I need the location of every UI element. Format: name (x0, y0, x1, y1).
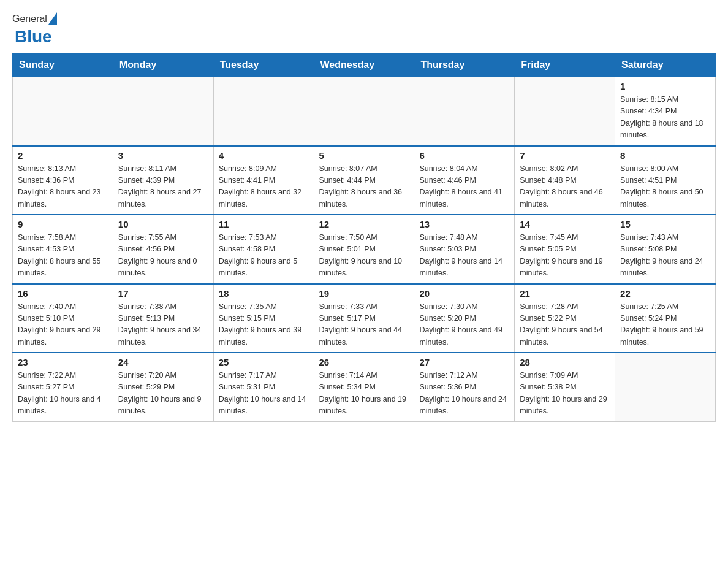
calendar-cell: 17Sunrise: 7:38 AM Sunset: 5:13 PM Dayli… (113, 284, 213, 353)
calendar-cell: 18Sunrise: 7:35 AM Sunset: 5:15 PM Dayli… (213, 284, 314, 353)
day-number: 17 (118, 288, 208, 299)
day-number: 5 (319, 150, 409, 161)
day-info: Sunrise: 7:20 AM Sunset: 5:29 PM Dayligh… (118, 370, 208, 418)
day-info: Sunrise: 7:25 AM Sunset: 5:24 PM Dayligh… (620, 301, 710, 349)
day-info: Sunrise: 7:12 AM Sunset: 5:36 PM Dayligh… (419, 370, 509, 418)
day-info: Sunrise: 8:09 AM Sunset: 4:41 PM Dayligh… (219, 163, 309, 211)
day-number: 23 (18, 357, 108, 367)
day-number: 11 (219, 219, 309, 229)
day-info: Sunrise: 7:14 AM Sunset: 5:34 PM Dayligh… (319, 370, 409, 418)
calendar-cell: 22Sunrise: 7:25 AM Sunset: 5:24 PM Dayli… (615, 284, 716, 353)
calendar-cell: 24Sunrise: 7:20 AM Sunset: 5:29 PM Dayli… (113, 353, 213, 421)
calendar-cell: 12Sunrise: 7:50 AM Sunset: 5:01 PM Dayli… (314, 215, 414, 284)
logo-general-text: General (12, 13, 47, 25)
calendar-header-row: SundayMondayTuesdayWednesdayThursdayFrid… (13, 53, 716, 77)
day-number: 13 (419, 219, 509, 229)
calendar-cell: 2Sunrise: 8:13 AM Sunset: 4:36 PM Daylig… (13, 146, 113, 215)
day-info: Sunrise: 8:07 AM Sunset: 4:44 PM Dayligh… (319, 163, 409, 211)
day-info: Sunrise: 7:38 AM Sunset: 5:13 PM Dayligh… (118, 301, 208, 349)
calendar-cell: 9Sunrise: 7:58 AM Sunset: 4:53 PM Daylig… (13, 215, 113, 284)
calendar-cell: 6Sunrise: 8:04 AM Sunset: 4:46 PM Daylig… (414, 146, 515, 215)
day-number: 15 (620, 219, 710, 229)
calendar-cell (113, 77, 213, 146)
day-number: 6 (419, 150, 509, 161)
column-header-saturday: Saturday (615, 53, 716, 77)
day-info: Sunrise: 7:22 AM Sunset: 5:27 PM Dayligh… (18, 370, 108, 418)
day-info: Sunrise: 7:45 AM Sunset: 5:05 PM Dayligh… (520, 232, 610, 280)
calendar-cell: 4Sunrise: 8:09 AM Sunset: 4:41 PM Daylig… (213, 146, 314, 215)
day-number: 10 (118, 219, 208, 229)
day-info: Sunrise: 7:55 AM Sunset: 4:56 PM Dayligh… (118, 232, 208, 280)
day-info: Sunrise: 8:15 AM Sunset: 4:34 PM Dayligh… (620, 94, 710, 142)
calendar-week-row: 2Sunrise: 8:13 AM Sunset: 4:36 PM Daylig… (13, 146, 716, 215)
day-number: 21 (520, 288, 610, 299)
page-header: General Blue (12, 12, 716, 47)
calendar-cell: 13Sunrise: 7:48 AM Sunset: 5:03 PM Dayli… (414, 215, 515, 284)
day-number: 4 (219, 150, 309, 161)
calendar-week-row: 23Sunrise: 7:22 AM Sunset: 5:27 PM Dayli… (13, 353, 716, 421)
day-number: 19 (319, 288, 409, 299)
day-info: Sunrise: 7:58 AM Sunset: 4:53 PM Dayligh… (18, 232, 108, 280)
day-info: Sunrise: 7:28 AM Sunset: 5:22 PM Dayligh… (520, 301, 610, 349)
day-info: Sunrise: 8:00 AM Sunset: 4:51 PM Dayligh… (620, 163, 710, 211)
day-info: Sunrise: 8:02 AM Sunset: 4:48 PM Dayligh… (520, 163, 610, 211)
day-info: Sunrise: 7:30 AM Sunset: 5:20 PM Dayligh… (419, 301, 509, 349)
calendar-cell: 5Sunrise: 8:07 AM Sunset: 4:44 PM Daylig… (314, 146, 414, 215)
calendar-cell (515, 77, 615, 146)
day-info: Sunrise: 8:04 AM Sunset: 4:46 PM Dayligh… (419, 163, 509, 211)
day-info: Sunrise: 7:40 AM Sunset: 5:10 PM Dayligh… (18, 301, 108, 349)
day-info: Sunrise: 8:11 AM Sunset: 4:39 PM Dayligh… (118, 163, 208, 211)
calendar-cell (615, 353, 716, 421)
calendar-cell: 20Sunrise: 7:30 AM Sunset: 5:20 PM Dayli… (414, 284, 515, 353)
day-number: 28 (520, 357, 610, 367)
calendar-cell: 25Sunrise: 7:17 AM Sunset: 5:31 PM Dayli… (213, 353, 314, 421)
day-info: Sunrise: 8:13 AM Sunset: 4:36 PM Dayligh… (18, 163, 108, 211)
day-info: Sunrise: 7:35 AM Sunset: 5:15 PM Dayligh… (219, 301, 309, 349)
day-number: 7 (520, 150, 610, 161)
day-info: Sunrise: 7:48 AM Sunset: 5:03 PM Dayligh… (419, 232, 509, 280)
calendar-cell: 26Sunrise: 7:14 AM Sunset: 5:34 PM Dayli… (314, 353, 414, 421)
day-number: 12 (319, 219, 409, 229)
calendar-week-row: 9Sunrise: 7:58 AM Sunset: 4:53 PM Daylig… (13, 215, 716, 284)
column-header-thursday: Thursday (414, 53, 515, 77)
calendar-cell (314, 77, 414, 146)
calendar-cell: 8Sunrise: 8:00 AM Sunset: 4:51 PM Daylig… (615, 146, 716, 215)
column-header-wednesday: Wednesday (314, 53, 414, 77)
calendar-cell: 11Sunrise: 7:53 AM Sunset: 4:58 PM Dayli… (213, 215, 314, 284)
day-info: Sunrise: 7:43 AM Sunset: 5:08 PM Dayligh… (620, 232, 710, 280)
calendar-cell: 1Sunrise: 8:15 AM Sunset: 4:34 PM Daylig… (615, 77, 716, 146)
logo-triangle-icon (48, 12, 57, 25)
calendar-cell: 23Sunrise: 7:22 AM Sunset: 5:27 PM Dayli… (13, 353, 113, 421)
day-number: 25 (219, 357, 309, 367)
day-number: 3 (118, 150, 208, 161)
calendar-cell: 27Sunrise: 7:12 AM Sunset: 5:36 PM Dayli… (414, 353, 515, 421)
logo-blue-text: Blue (15, 27, 52, 47)
day-number: 27 (419, 357, 509, 367)
calendar-cell: 7Sunrise: 8:02 AM Sunset: 4:48 PM Daylig… (515, 146, 615, 215)
calendar-cell (414, 77, 515, 146)
calendar-cell (213, 77, 314, 146)
calendar-table: SundayMondayTuesdayWednesdayThursdayFrid… (12, 53, 716, 422)
calendar-cell: 21Sunrise: 7:28 AM Sunset: 5:22 PM Dayli… (515, 284, 615, 353)
day-number: 26 (319, 357, 409, 367)
day-number: 18 (219, 288, 309, 299)
calendar-cell: 10Sunrise: 7:55 AM Sunset: 4:56 PM Dayli… (113, 215, 213, 284)
calendar-week-row: 1Sunrise: 8:15 AM Sunset: 4:34 PM Daylig… (13, 77, 716, 146)
day-number: 2 (18, 150, 108, 161)
day-info: Sunrise: 7:53 AM Sunset: 4:58 PM Dayligh… (219, 232, 309, 280)
day-number: 9 (18, 219, 108, 229)
day-number: 1 (620, 81, 710, 91)
calendar-cell: 14Sunrise: 7:45 AM Sunset: 5:05 PM Dayli… (515, 215, 615, 284)
day-info: Sunrise: 7:09 AM Sunset: 5:38 PM Dayligh… (520, 370, 610, 418)
day-number: 20 (419, 288, 509, 299)
calendar-cell: 3Sunrise: 8:11 AM Sunset: 4:39 PM Daylig… (113, 146, 213, 215)
day-number: 24 (118, 357, 208, 367)
day-info: Sunrise: 7:17 AM Sunset: 5:31 PM Dayligh… (219, 370, 309, 418)
calendar-week-row: 16Sunrise: 7:40 AM Sunset: 5:10 PM Dayli… (13, 284, 716, 353)
calendar-cell: 19Sunrise: 7:33 AM Sunset: 5:17 PM Dayli… (314, 284, 414, 353)
column-header-sunday: Sunday (13, 53, 113, 77)
calendar-cell (13, 77, 113, 146)
column-header-tuesday: Tuesday (213, 53, 314, 77)
day-number: 16 (18, 288, 108, 299)
logo: General Blue (12, 12, 57, 47)
